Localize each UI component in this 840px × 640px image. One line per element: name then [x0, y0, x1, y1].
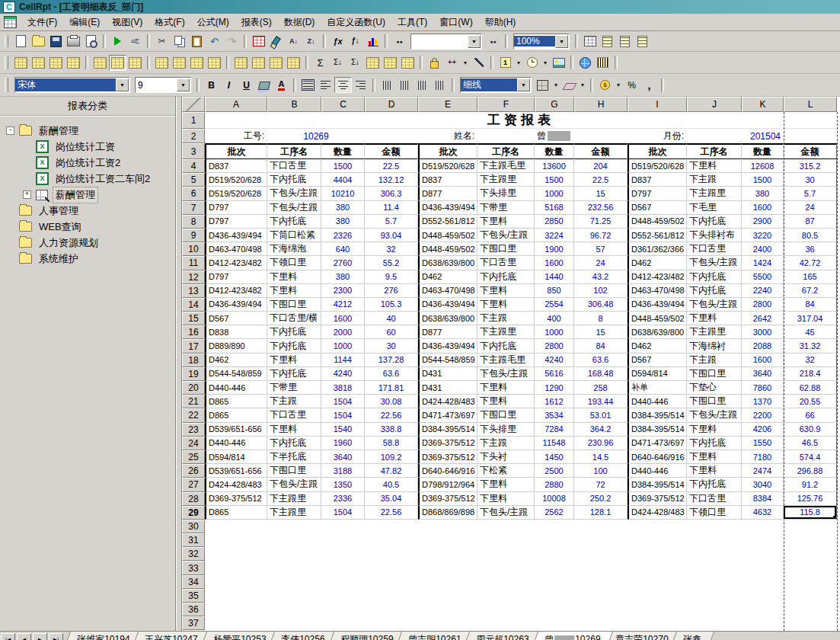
cell-F4[interactable]: 下主跟毛里 [477, 159, 535, 173]
cell-B19[interactable]: 下内托底 [267, 367, 321, 381]
cell-K24[interactable]: 1550 [742, 437, 784, 450]
import-data-button[interactable] [364, 55, 382, 71]
sheet-tab-张鑫[interactable]: 张鑫 [670, 632, 714, 640]
cell-D4[interactable]: 22.5 [365, 159, 418, 173]
copy-button[interactable] [171, 34, 188, 50]
cell-F9[interactable]: 下包头/主跟 [477, 229, 535, 242]
cell-K10[interactable]: 2400 [742, 242, 784, 256]
cell-L16[interactable]: 45 [784, 325, 837, 339]
month-label[interactable]: 月份: [628, 129, 687, 143]
date-format-button[interactable] [523, 55, 541, 71]
col-header-K[interactable]: K [742, 97, 784, 112]
cell-C26[interactable]: 3188 [321, 464, 365, 478]
cell-B6[interactable]: 下包头/主跟 [267, 187, 321, 200]
cell-E21[interactable]: D424-428/483 [418, 395, 477, 408]
cell-J12[interactable]: 下内托底 [687, 270, 742, 284]
cell-K9[interactable]: 3220 [742, 229, 784, 242]
cell-C18[interactable]: 1144 [321, 354, 365, 367]
sheet-tab-曾10269[interactable]: 曾10269 [532, 632, 613, 640]
cell-K19[interactable]: 3640 [742, 367, 784, 381]
cell-G14[interactable]: 2554 [535, 298, 574, 312]
row-header-9[interactable]: 9 [182, 229, 205, 242]
cell-J21[interactable]: 下围口里 [687, 395, 742, 408]
cell-E12[interactable]: D462 [418, 270, 477, 284]
cell-B13[interactable]: 下里料 [267, 284, 321, 298]
cell-J19[interactable]: 下围口里 [687, 367, 742, 381]
cell-D17[interactable]: 30 [365, 339, 418, 353]
tree-item-3[interactable]: X岗位统计工资二车间2 [0, 171, 175, 187]
cell-I11[interactable]: D462 [628, 256, 687, 270]
cell-L20[interactable]: 62.88 [784, 381, 837, 395]
sheet-tab-张维家10194[interactable]: 张维家10194 [67, 632, 142, 640]
col-header-J[interactable]: J [687, 97, 742, 112]
border-dropdown[interactable]: ▼ [551, 78, 561, 92]
lock-cell-button[interactable] [426, 55, 443, 71]
font-color-button[interactable]: A [273, 77, 290, 93]
cell-K18[interactable]: 1600 [742, 354, 784, 367]
cell-B18[interactable]: 下里料 [267, 354, 321, 367]
row-header-18[interactable]: 18 [182, 354, 205, 367]
row-header-22[interactable]: 22 [182, 408, 205, 422]
cell-H4[interactable]: 204 [574, 159, 628, 173]
cell-A27[interactable]: D424-428/483 [205, 478, 267, 491]
transfer-data-button[interactable] [399, 55, 417, 71]
cell-D23[interactable]: 338.8 [365, 423, 418, 437]
col-header-D[interactable]: D [365, 97, 418, 112]
cell-H29[interactable]: 128.1 [574, 506, 628, 520]
cell-K8[interactable]: 2900 [742, 215, 784, 229]
cell-I6[interactable]: D797 [628, 187, 687, 200]
cell-B7[interactable]: 下包头/主跟 [267, 201, 321, 215]
row-header-31[interactable]: 31 [182, 533, 205, 547]
tab-scroll-prev-button[interactable]: ◀ [17, 633, 31, 640]
header-A3[interactable]: 批次 [205, 143, 267, 159]
cell-K20[interactable]: 7860 [742, 381, 784, 395]
cell-I22[interactable]: D384-395/514 [628, 408, 687, 422]
row-header-21[interactable]: 21 [182, 395, 205, 408]
cell-L7[interactable]: 24 [784, 201, 837, 215]
comma-format-button[interactable]: , [640, 77, 658, 93]
row-header-29[interactable]: 29 [182, 506, 205, 520]
cell-G27[interactable]: 2880 [535, 478, 574, 491]
cell-I16[interactable]: D638/639/800 [628, 325, 687, 339]
find-next-button[interactable]: ●● [484, 34, 502, 50]
cell-E24[interactable]: D369-375/512 [418, 437, 477, 450]
merge-across-button[interactable] [30, 55, 47, 71]
cell-F17[interactable]: 下内托底 [477, 339, 535, 353]
row-header-13[interactable]: 13 [182, 284, 205, 298]
cell-I23[interactable]: D384-395/514 [628, 423, 687, 437]
row-header-6[interactable]: 6 [182, 187, 205, 200]
cell-A17[interactable]: D889/890 [205, 339, 267, 353]
cell-C17[interactable]: 1000 [321, 339, 365, 353]
cell-F24[interactable]: 下主跟 [477, 437, 535, 450]
print-preview-button[interactable] [82, 34, 100, 50]
cell-H6[interactable]: 15 [574, 187, 628, 200]
signature-button[interactable] [470, 55, 487, 71]
cell-L21[interactable]: 20.55 [784, 395, 837, 408]
cell-F8[interactable]: 下里料 [477, 215, 535, 229]
fill-cells-button[interactable] [232, 55, 250, 71]
tab-scroll-first-button[interactable]: |◀ [1, 633, 15, 640]
cell-L11[interactable]: 42.72 [784, 256, 837, 270]
cell-C21[interactable]: 1504 [321, 395, 365, 408]
empty-row-32[interactable] [205, 547, 837, 561]
add-record-dropdown[interactable]: ▼ [461, 56, 470, 70]
cell-J24[interactable]: 下内托底 [687, 437, 742, 450]
cell-L28[interactable]: 125.76 [784, 492, 837, 506]
cell-H17[interactable]: 84 [574, 339, 628, 353]
cell-L23[interactable]: 630.9 [784, 423, 837, 437]
cell-F27[interactable]: 下里料 [477, 478, 535, 491]
cell-G26[interactable]: 2500 [535, 464, 574, 478]
emp-no-value[interactable]: 10269 [267, 129, 365, 143]
cell-I10[interactable]: D361/362/366 [628, 242, 687, 256]
cell-E17[interactable]: D436-439/494 [418, 339, 477, 353]
cell-L24[interactable]: 46.5 [784, 437, 837, 450]
cell-A12[interactable]: D797 [205, 270, 267, 284]
header-K3[interactable]: 数量 [742, 143, 784, 159]
sheet-tab-王兴芝10247[interactable]: 王兴芝10247 [132, 632, 210, 640]
col-header-B[interactable]: B [267, 97, 321, 112]
new-file-button[interactable] [12, 34, 30, 50]
cell-D28[interactable]: 35.04 [365, 492, 418, 506]
cell-H22[interactable]: 53.01 [574, 408, 628, 422]
cell-F20[interactable]: 下里料 [477, 381, 535, 395]
cell-H5[interactable]: 22.5 [574, 173, 628, 187]
